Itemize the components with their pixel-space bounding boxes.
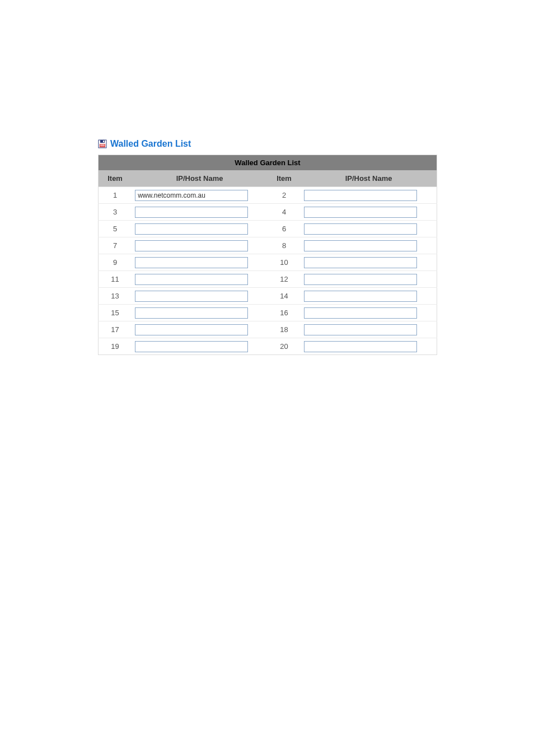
host-cell <box>132 338 268 355</box>
item-number: 18 <box>268 321 301 338</box>
host-cell <box>132 221 268 237</box>
host-cell <box>301 221 437 237</box>
host-input[interactable] <box>135 341 248 352</box>
host-cell <box>301 271 437 288</box>
item-number: 4 <box>268 204 301 221</box>
item-number: 12 <box>268 271 301 288</box>
col-header-item: Item <box>268 170 301 187</box>
host-cell <box>301 288 437 305</box>
host-input[interactable] <box>304 223 417 235</box>
host-cell <box>132 237 268 254</box>
table-row: 1112 <box>99 271 437 288</box>
host-cell <box>132 305 268 321</box>
table-caption: Walled Garden List <box>99 155 437 171</box>
host-input[interactable] <box>304 207 417 218</box>
host-cell <box>132 254 268 271</box>
floppy-icon <box>98 139 107 148</box>
host-input[interactable] <box>135 274 248 285</box>
item-number: 9 <box>99 254 132 271</box>
svg-rect-4 <box>100 144 105 145</box>
table-row: 78 <box>99 237 437 254</box>
item-number: 2 <box>268 187 301 204</box>
host-input[interactable] <box>304 341 417 352</box>
col-header-host: IP/Host Name <box>132 170 268 187</box>
table-row: 910 <box>99 254 437 271</box>
item-number: 17 <box>99 321 132 338</box>
item-number: 10 <box>268 254 301 271</box>
host-input[interactable] <box>135 307 248 319</box>
host-input[interactable] <box>304 190 417 201</box>
item-number: 19 <box>99 338 132 355</box>
host-cell <box>301 305 437 321</box>
host-cell <box>301 338 437 355</box>
host-cell <box>301 321 437 338</box>
host-input[interactable] <box>135 257 248 268</box>
svg-rect-2 <box>103 141 104 142</box>
host-input[interactable] <box>304 324 417 335</box>
host-input[interactable] <box>304 291 417 302</box>
host-input[interactable] <box>135 324 248 335</box>
col-header-host: IP/Host Name <box>301 170 437 187</box>
item-number: 11 <box>99 271 132 288</box>
svg-rect-5 <box>100 146 105 146</box>
item-number: 3 <box>99 204 132 221</box>
host-cell <box>132 204 268 221</box>
table-row: 34 <box>99 204 437 221</box>
host-input[interactable] <box>135 240 248 251</box>
host-input[interactable] <box>135 190 248 201</box>
table-row: 1920 <box>99 338 437 355</box>
host-input[interactable] <box>304 257 417 268</box>
host-cell <box>132 288 268 305</box>
table-row: 1314 <box>99 288 437 305</box>
table-row: 1516 <box>99 305 437 321</box>
item-number: 8 <box>268 237 301 254</box>
section-heading: Walled Garden List <box>98 139 437 149</box>
item-number: 1 <box>99 187 132 204</box>
host-input[interactable] <box>304 240 417 251</box>
host-cell <box>301 204 437 221</box>
item-number: 15 <box>99 305 132 321</box>
host-input[interactable] <box>304 274 417 285</box>
item-number: 5 <box>99 221 132 237</box>
host-cell <box>301 237 437 254</box>
item-number: 7 <box>99 237 132 254</box>
item-number: 20 <box>268 338 301 355</box>
host-cell <box>301 187 437 204</box>
table-row: 12 <box>99 187 437 204</box>
host-input[interactable] <box>135 223 248 235</box>
host-input[interactable] <box>304 307 417 319</box>
host-cell <box>132 187 268 204</box>
host-input[interactable] <box>135 291 248 302</box>
host-input[interactable] <box>135 207 248 218</box>
item-number: 16 <box>268 305 301 321</box>
host-cell <box>132 321 268 338</box>
walled-garden-table: Walled Garden List Item IP/Host Name Ite… <box>98 155 437 355</box>
item-number: 13 <box>99 288 132 305</box>
item-number: 14 <box>268 288 301 305</box>
host-cell <box>132 271 268 288</box>
item-number: 6 <box>268 221 301 237</box>
host-cell <box>301 254 437 271</box>
table-row: 56 <box>99 221 437 237</box>
heading-text: Walled Garden List <box>110 139 191 149</box>
table-row: 1718 <box>99 321 437 338</box>
col-header-item: Item <box>99 170 132 187</box>
